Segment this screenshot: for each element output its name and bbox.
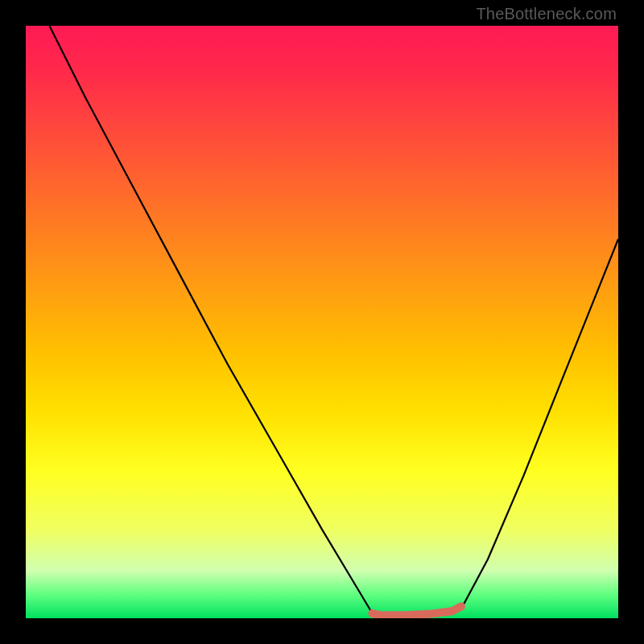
optimal-marker-line xyxy=(373,606,461,615)
bottleneck-curve xyxy=(49,26,618,615)
chart-plot-area xyxy=(26,26,618,618)
watermark-text: TheBottleneck.com xyxy=(476,5,617,23)
optimal-start-dot xyxy=(369,609,377,617)
chart-svg xyxy=(26,26,618,618)
